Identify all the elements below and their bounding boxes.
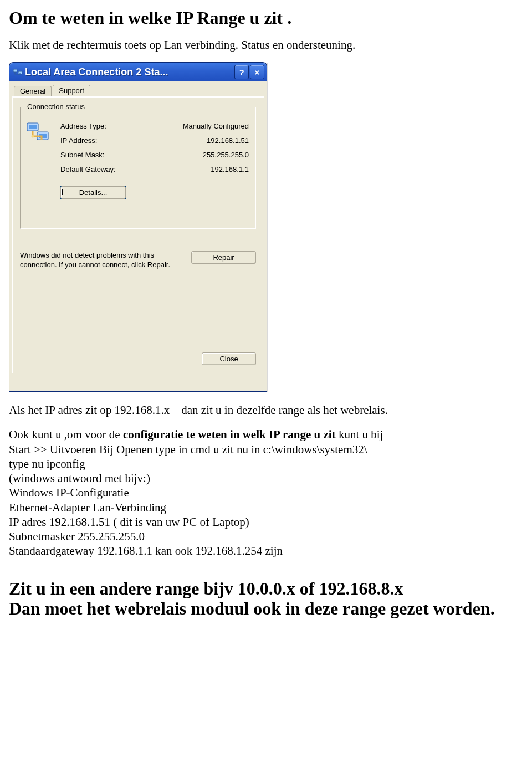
footer-heading: Zit u in een andere range bijv 10.0.0.x … (9, 579, 523, 620)
diagnostic-text: Windows did not detect problems with thi… (20, 251, 185, 270)
titlebar[interactable]: Local Area Connection 2 Sta... ? × (9, 62, 267, 81)
svg-point-6 (32, 135, 34, 138)
diagnostic-row: Windows did not detect problems with thi… (20, 251, 256, 270)
connection-icon (25, 120, 52, 146)
titlebar-text: Local Area Connection 2 Sta... (25, 66, 234, 78)
value-default-gateway: 192.168.1.1 (211, 165, 249, 173)
titlebar-close-button[interactable]: × (250, 65, 264, 79)
row-address-type: Address Type: Manually Configured (60, 119, 249, 133)
titlebar-help-button[interactable]: ? (234, 65, 249, 79)
label-subnet-mask: Subnet Mask: (60, 151, 105, 159)
tab-support[interactable]: Support (53, 85, 90, 97)
details-button[interactable]: Details... (60, 186, 126, 199)
label-default-gateway: Default Gateway: (60, 165, 116, 173)
value-subnet-mask: 255.255.255.0 (203, 151, 249, 159)
label-address-type: Address Type: (60, 122, 106, 130)
intro-text: Klik met de rechtermuis toets op Lan ver… (9, 38, 523, 52)
row-ip-address: IP Address: 192.168.1.51 (60, 133, 249, 147)
group-title: Connection status (25, 103, 87, 111)
ipconfig-instructions: Ook kunt u ,om voor de configuratie te w… (9, 427, 523, 558)
after-ip-line: Als het IP adres zit op 192.168.1.x dan … (9, 403, 523, 417)
dialog-body: General Support Connection status (9, 81, 267, 392)
svg-rect-3 (29, 125, 37, 129)
value-ip-address: 192.168.1.51 (207, 136, 249, 145)
tab-panel: Connection status Address Type: Manual (12, 96, 264, 373)
row-subnet-mask: Subnet Mask: 255.255.255.0 (60, 147, 249, 162)
network-icon (13, 67, 23, 77)
row-default-gateway: Default Gateway: 192.168.1.1 (60, 162, 249, 176)
status-dialog: Local Area Connection 2 Sta... ? × Gener… (9, 62, 267, 392)
repair-button[interactable]: Repair (191, 251, 256, 264)
close-button[interactable]: Close (202, 352, 256, 365)
connection-status-group: Connection status Address Type: Manual (20, 107, 256, 229)
label-ip-address: IP Address: (60, 136, 97, 145)
page-heading: Om te weten in welke IP Range u zit . (9, 8, 523, 28)
svg-rect-0 (13, 69, 17, 72)
value-address-type: Manually Configured (183, 122, 249, 130)
